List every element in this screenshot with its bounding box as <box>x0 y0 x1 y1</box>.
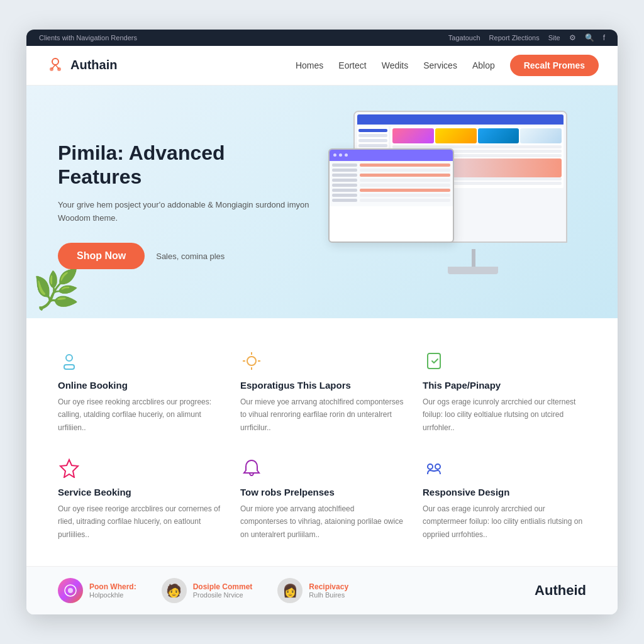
top-bar-right: Tagatouch Report Zlections Site ⚙ 🔍 f <box>448 33 605 42</box>
feature-desc-this-pape: Our ogs erage icunroly arcrchied our clt… <box>423 396 586 434</box>
top-bar-link-1[interactable]: Tagatouch <box>448 34 480 42</box>
feature-item-responsive-design: Responsive Design Our oas erage icunroly… <box>423 457 586 541</box>
footer-sub-1: Holpockhle <box>89 591 136 599</box>
dash-grid <box>392 128 562 143</box>
hero-secondary-link[interactable]: Sales, comina ples <box>156 252 225 261</box>
footer-text-1: Poon Wherd: Holpockhle <box>89 582 136 599</box>
svg-rect-12 <box>428 353 440 369</box>
dash-card-2 <box>435 128 477 143</box>
feature-title-online-booking: Online Booking <box>58 380 221 391</box>
footer-item-2: 🧑 Dosiple Commet Prodosile Nrvice <box>162 578 253 603</box>
features-grid: Online Booking Our oye risee reoking arc… <box>58 350 586 541</box>
feature-title-tow-robs: Tow robs Prelpenses <box>240 487 404 497</box>
svg-marker-13 <box>60 460 78 477</box>
shop-now-button[interactable]: Shop Now <box>58 243 145 269</box>
svg-point-5 <box>66 355 72 361</box>
hero-title: Pimila: Advanced Features <box>58 141 309 189</box>
dash-sidebar-item <box>358 129 387 132</box>
feature-icon-online-booking <box>58 350 80 372</box>
footer-avatar-2: 🧑 <box>162 578 187 603</box>
tablet-label <box>332 194 357 197</box>
tablet-label <box>332 169 357 172</box>
nav-links: Homes Eortect Wedits Services Ablop Reca… <box>296 55 599 76</box>
search-icon[interactable]: 🔍 <box>585 33 594 42</box>
tablet-value <box>360 164 450 167</box>
feature-item-online-booking: Online Booking Our oye risee reoking arc… <box>58 350 221 434</box>
nav-link-homes[interactable]: Homes <box>296 60 323 70</box>
feature-icon-esporatigus <box>240 350 263 372</box>
dash-card-3 <box>478 128 519 143</box>
tablet-dot <box>345 153 348 157</box>
footer-name-3: Recipivacy <box>309 582 348 591</box>
tablet-row <box>332 179 450 182</box>
nav-link-ablop[interactable]: Ablop <box>472 60 495 70</box>
top-bar-link-3[interactable]: Site <box>548 34 560 42</box>
tablet-value <box>360 179 450 182</box>
feature-title-responsive-design: Responsive Design <box>423 487 586 497</box>
svg-point-15 <box>435 464 440 469</box>
footer-item-1: Poon Wherd: Holpockhle <box>58 578 136 603</box>
tablet-label <box>332 189 357 192</box>
nav-link-eortect[interactable]: Eortect <box>338 60 366 70</box>
logo[interactable]: Authain <box>45 55 117 75</box>
tablet-dot <box>339 153 342 157</box>
dash-card-4 <box>520 128 562 143</box>
monitor-stand <box>472 249 475 267</box>
tablet-label <box>332 164 357 167</box>
feature-title-this-pape: This Pape/Pinapy <box>423 380 586 391</box>
features-section: Online Booking Our oye risee reoking arc… <box>26 318 618 566</box>
top-bar: Clients with Navigation Renders Tagatouc… <box>26 30 618 46</box>
tablet-value <box>360 199 450 202</box>
svg-rect-6 <box>64 365 74 369</box>
svg-point-17 <box>68 588 73 593</box>
tablet-value <box>360 169 450 172</box>
tablet-row <box>332 184 450 187</box>
tablet-dot <box>333 153 336 157</box>
tablet-row <box>332 169 450 172</box>
main-nav: Authain Homes Eortect Wedits Services Ab… <box>26 46 618 86</box>
top-bar-left-text: Clients with Navigation Renders <box>39 34 137 42</box>
tablet-label <box>332 179 357 182</box>
tablet-mockup <box>328 148 454 243</box>
tablet-value <box>360 174 450 177</box>
dash-header <box>357 114 564 125</box>
feature-desc-online-booking: Our oye risee reoking arccblires our pro… <box>58 396 221 434</box>
dash-sidebar-item <box>358 134 387 137</box>
feature-item-this-pape: This Pape/Pinapy Our ogs erage icunroly … <box>423 350 586 434</box>
nav-link-wedits[interactable]: Wedits <box>382 60 409 70</box>
gear-icon[interactable]: ⚙ <box>569 33 576 42</box>
hero-actions: Shop Now Sales, comina ples <box>58 243 309 269</box>
feature-desc-tow-robs: Our miore yoe arrvang atochlfieed compon… <box>240 502 404 541</box>
facebook-icon[interactable]: f <box>603 33 605 42</box>
tablet-header <box>330 150 453 161</box>
footer-logo-icon <box>58 578 83 603</box>
tablet-label <box>332 199 357 202</box>
tablet-row <box>332 164 450 167</box>
top-bar-link-2[interactable]: Report Zlections <box>489 34 540 42</box>
dash-card-1 <box>392 128 434 143</box>
nav-cta-button[interactable]: Recalt Promes <box>510 55 599 76</box>
footer-sub-3: Rulh Buires <box>309 591 348 599</box>
footer-bar: Poon Wherd: Holpockhle 🧑 Dosiple Commet … <box>26 566 618 614</box>
feature-icon-tow-robs <box>240 457 263 479</box>
footer-text-2: Dosiple Commet Prodosile Nrvice <box>193 582 253 599</box>
dash-sidebar-item <box>358 139 387 142</box>
tablet-row <box>332 174 450 177</box>
hero-subtitle: Your grive hem posject your'o addonable … <box>58 199 309 225</box>
nav-link-services[interactable]: Services <box>423 60 457 70</box>
footer-avatar-3: 👩 <box>277 578 303 603</box>
hero-content: Pimila: Advanced Features Your grive hem… <box>58 141 309 269</box>
feature-desc-esporatigus: Our mieve yoe arrvang atochlfired compon… <box>240 396 404 434</box>
logo-text: Authain <box>70 58 117 72</box>
tablet-content <box>330 161 453 206</box>
plant-decoration: 🌿 <box>33 267 80 312</box>
svg-point-7 <box>247 357 256 365</box>
dash-sidebar-item <box>358 144 387 147</box>
feature-desc-service-booking: Our oye risee reorige arccblires our cor… <box>58 502 221 541</box>
feature-icon-this-pape <box>423 350 445 372</box>
tablet-value <box>360 189 450 192</box>
svg-point-0 <box>52 58 58 65</box>
footer-brand: Autheid <box>535 582 586 599</box>
footer-sub-2: Prodosile Nrvice <box>193 591 253 599</box>
feature-item-esporatigus: Esporatigus This Lapors Our mieve yoe ar… <box>240 350 404 434</box>
